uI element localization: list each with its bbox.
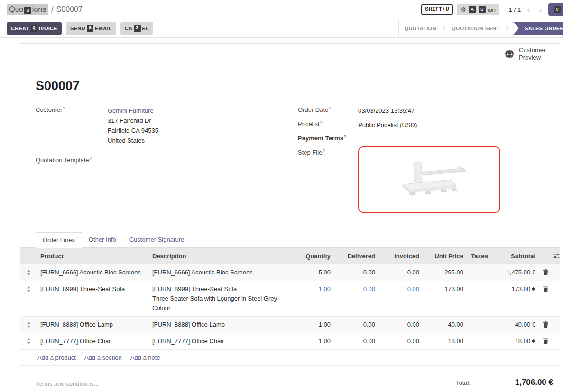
- drag-handle-icon[interactable]: [20, 268, 37, 275]
- status-separator-icon: ›: [442, 20, 446, 35]
- pager-next-icon[interactable]: ›: [536, 5, 545, 14]
- order-lines-table: Product Description Quantity Delivered I…: [20, 248, 560, 366]
- tab-other-info[interactable]: Other Info: [82, 232, 123, 248]
- column-header-taxes[interactable]: Taxes: [467, 253, 487, 260]
- action-bar: CREATQIVOICE SENDGEMAIL CAZEL QUOTATION …: [0, 19, 563, 38]
- column-header-delivered[interactable]: Delivered: [334, 253, 379, 260]
- field-step-file: Step File?: [298, 148, 548, 213]
- customer-label: Customer?: [36, 106, 108, 146]
- create-invoice-label-pre: CREAT: [11, 26, 29, 31]
- cell-delivered[interactable]: 0.00: [334, 320, 379, 329]
- customer-address-line3: United States: [108, 137, 145, 144]
- cell-invoiced[interactable]: 0.00: [379, 284, 423, 294]
- cell-quantity[interactable]: 1.00: [287, 284, 334, 294]
- cell-product[interactable]: [FURN_8888] Office Lamp: [37, 320, 148, 329]
- delete-row-icon[interactable]: [539, 320, 552, 328]
- sheet-header-strip: CustomerPreview: [20, 44, 560, 64]
- add-section-link[interactable]: Add a section: [84, 354, 122, 361]
- cell-quantity[interactable]: 5.00: [287, 268, 334, 277]
- customer-preview-button[interactable]: CustomerPreview: [495, 44, 560, 64]
- tab-order-lines[interactable]: Order Lines: [36, 232, 82, 248]
- column-header-unit-price[interactable]: Unit Price: [423, 253, 467, 260]
- breadcrumb: QuoBions / S00007: [7, 4, 83, 15]
- cell-invoiced[interactable]: 0.00: [379, 268, 423, 277]
- table-row[interactable]: [FURN_7777] Office Chair [FURN_7777] Off…: [20, 333, 560, 350]
- add-note-link[interactable]: Add a note: [130, 354, 160, 361]
- cell-unit-price[interactable]: 18.00: [423, 337, 467, 346]
- total-value: 1,706.00 €: [515, 378, 553, 387]
- cell-description[interactable]: [FURN_6666] Acoustic Bloc Screens: [148, 268, 287, 277]
- cell-invoiced[interactable]: 0.00: [379, 320, 423, 329]
- breadcrumb-quotations-link[interactable]: QuoBions: [7, 4, 48, 15]
- status-step-sales-order[interactable]: SALES ORDER: [513, 22, 563, 35]
- help-icon: ?: [329, 106, 331, 110]
- customer-link[interactable]: Gemini Furniture: [108, 107, 154, 114]
- column-header-product[interactable]: Product: [37, 253, 148, 260]
- globe-icon: [505, 49, 514, 59]
- delete-row-icon[interactable]: [539, 268, 552, 275]
- cell-delivered[interactable]: 0.00: [334, 337, 379, 346]
- hotkey-badge-shift-u: SHIFT+U: [421, 4, 452, 15]
- cell-unit-price[interactable]: 173.00: [423, 284, 467, 294]
- breadcrumb-quotations-text-post: ions: [32, 5, 46, 13]
- status-step-quotation-sent[interactable]: QUOTATION SENT: [446, 26, 505, 31]
- cancel-button[interactable]: CAZEL: [120, 22, 153, 35]
- cell-product[interactable]: [FURN_8999] Three-Seat Sofa: [37, 284, 148, 294]
- hotkey-badge-z: Z: [134, 25, 140, 32]
- column-header-invoiced[interactable]: Invoiced: [379, 253, 423, 260]
- create-button[interactable]: C i: [548, 3, 563, 16]
- topbar-right-controls: SHIFT+U ⚙ A U ion 1 / 1 ‹ › C i: [421, 3, 556, 16]
- cell-description[interactable]: [FURN_8888] Office Lamp: [148, 320, 287, 329]
- cell-description[interactable]: [FURN_7777] Office Chair: [148, 337, 287, 346]
- step-file-image[interactable]: [358, 146, 500, 213]
- create-invoice-button[interactable]: CREATQIVOICE: [7, 22, 62, 35]
- column-header-subtotal[interactable]: Subtotal: [487, 253, 539, 260]
- cell-product[interactable]: [FURN_6666] Acoustic Bloc Screens: [37, 268, 148, 277]
- status-step-quotation[interactable]: QUOTATION: [399, 26, 442, 31]
- action-menu-button[interactable]: ⚙ A U ion: [457, 4, 499, 15]
- help-icon: ?: [344, 134, 347, 139]
- column-header-description[interactable]: Description: [148, 253, 287, 260]
- send-email-button[interactable]: SENDGEMAIL: [66, 22, 116, 35]
- field-customer: Customer? Gemini Furniture 317 Fairchild…: [36, 106, 298, 146]
- drag-handle-icon[interactable]: [20, 284, 37, 292]
- drag-handle-icon[interactable]: [20, 320, 37, 328]
- breadcrumb-current: S00007: [56, 5, 83, 14]
- table-row[interactable]: [FURN_6666] Acoustic Bloc Screens [FURN_…: [20, 264, 560, 281]
- field-order-date: Order Date? 03/03/2023 13:35:47: [298, 106, 548, 116]
- cell-delivered[interactable]: 0.00: [334, 284, 379, 294]
- cell-product[interactable]: [FURN_7777] Office Chair: [37, 337, 148, 346]
- table-row[interactable]: [FURN_8999] Three-Seat Sofa [FURN_8999] …: [20, 281, 560, 317]
- breadcrumb-separator: /: [51, 5, 53, 14]
- delete-row-icon[interactable]: [539, 337, 552, 344]
- help-icon: ?: [63, 106, 65, 110]
- cell-quantity[interactable]: 1.00: [287, 337, 334, 346]
- delete-row-icon[interactable]: [539, 284, 552, 292]
- customer-preview-label: CustomerPreview: [519, 46, 550, 62]
- cell-delivered[interactable]: 0.00: [334, 268, 379, 277]
- cell-invoiced[interactable]: 0.00: [379, 337, 423, 346]
- pricelist-value[interactable]: Public Pricelist (USD): [358, 120, 417, 130]
- tab-customer-signature[interactable]: Customer Signature: [123, 232, 191, 248]
- cell-description[interactable]: [FURN_8999] Three-Seat SofaThree Seater …: [148, 284, 287, 313]
- gear-icon: ⚙: [461, 6, 467, 13]
- cancel-label-pre: CA: [125, 26, 133, 31]
- status-separator-icon: ›: [505, 20, 509, 35]
- order-date-label: Order Date?: [298, 106, 358, 116]
- optional-columns-icon[interactable]: [552, 253, 561, 259]
- column-header-quantity[interactable]: Quantity: [287, 253, 334, 260]
- drag-handle-icon[interactable]: [20, 337, 37, 344]
- page-title: S00007: [36, 79, 548, 93]
- table-row[interactable]: [FURN_8888] Office Lamp [FURN_8888] Offi…: [20, 317, 560, 333]
- cell-quantity[interactable]: 1.00: [287, 320, 334, 329]
- add-product-link[interactable]: Add a product: [37, 354, 76, 361]
- sheet-body: S00007 Customer? Gemini Furniture 317 Fa…: [20, 64, 560, 217]
- cell-unit-price[interactable]: 40.00: [423, 320, 467, 329]
- terms-and-conditions-input[interactable]: Terms and conditions...: [36, 373, 99, 387]
- cell-unit-price[interactable]: 295.00: [423, 268, 467, 277]
- customer-address-line1: 317 Fairchild Dr: [108, 117, 151, 124]
- order-date-value[interactable]: 03/03/2023 13:35:47: [358, 106, 415, 116]
- table-header-row: Product Description Quantity Delivered I…: [20, 248, 560, 264]
- fields-right-column: Order Date? 03/03/2023 13:35:47 Pricelis…: [298, 106, 548, 217]
- pager-prev-icon[interactable]: ‹: [525, 5, 533, 14]
